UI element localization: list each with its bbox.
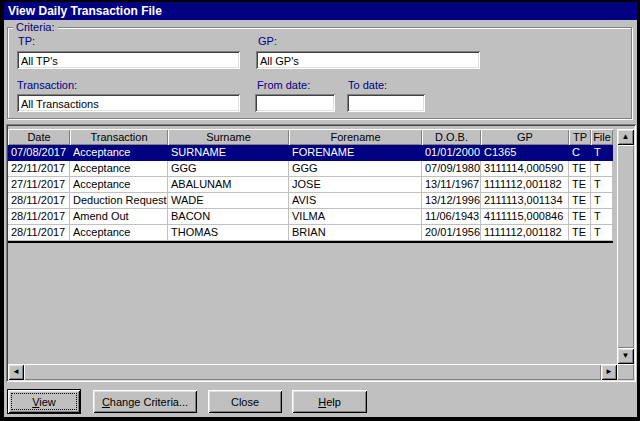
- change-criteria-button[interactable]: Change Criteria...: [93, 390, 197, 413]
- horizontal-scrollbar[interactable]: ◄ ►: [8, 364, 617, 380]
- scroll-down-icon: ▼: [622, 352, 630, 360]
- table-row[interactable]: 28/11/2017 Deduction Request WADE AVIS 1…: [8, 193, 613, 209]
- table-cell: Amend Out: [70, 209, 168, 225]
- gp-label: GP:: [258, 35, 277, 47]
- from-date-label: From date:: [257, 79, 310, 91]
- close-button[interactable]: Close: [208, 390, 282, 413]
- table-cell: VILMA: [289, 209, 422, 225]
- table-cell: Acceptance: [70, 225, 168, 241]
- table-cell: WADE: [168, 193, 289, 209]
- help-button[interactable]: Help: [292, 390, 367, 413]
- table-cell: Acceptance: [70, 161, 168, 177]
- scroll-right-icon: ►: [605, 368, 613, 376]
- vertical-scrollbar[interactable]: ▲ ▼: [617, 129, 634, 364]
- column-header-surname: Surname: [168, 129, 289, 145]
- scroll-up-icon: ▲: [622, 133, 630, 141]
- transaction-grid-body: Date Transaction Surname Forename D.O.B.…: [8, 126, 634, 380]
- table-cell: T: [591, 225, 613, 241]
- column-header-file: File: [591, 129, 613, 145]
- table-cell: 28/11/2017: [8, 209, 70, 225]
- table-cell: C1365: [481, 145, 569, 161]
- table-cell: 07/08/2017: [8, 145, 70, 161]
- transaction-grid: Date Transaction Surname Forename D.O.B.…: [6, 124, 636, 382]
- scroll-left-button[interactable]: ◄: [8, 364, 24, 380]
- scroll-right-button[interactable]: ►: [601, 364, 617, 380]
- window-title: View Daily Transaction File: [8, 4, 162, 18]
- table-cell: FORENAME: [289, 145, 422, 161]
- table-cell: 1111112,001182: [481, 177, 569, 193]
- table-cell: THOMAS: [168, 225, 289, 241]
- grid-header-row: Date Transaction Surname Forename D.O.B.…: [8, 129, 613, 145]
- table-cell: T: [591, 193, 613, 209]
- column-header-transaction: Transaction: [70, 129, 168, 145]
- to-date-field[interactable]: [347, 94, 425, 112]
- scroll-up-button[interactable]: ▲: [617, 129, 634, 145]
- title-bar[interactable]: View Daily Transaction File: [4, 2, 637, 20]
- window-border: [0, 0, 4, 421]
- table-cell: T: [591, 161, 613, 177]
- table-cell: 01/01/2000: [422, 145, 481, 161]
- table-row[interactable]: 22/11/2017 Acceptance GGG GGG 07/09/1980…: [8, 161, 613, 177]
- table-row[interactable]: 28/11/2017 Acceptance THOMAS BRIAN 20/01…: [8, 225, 613, 241]
- horizontal-scrollbar-thumb[interactable]: [24, 364, 601, 380]
- table-cell: BACON: [168, 209, 289, 225]
- view-button[interactable]: View: [7, 389, 81, 414]
- table-row[interactable]: 27/11/2017 Acceptance ABALUNAM JOSE 13/1…: [8, 177, 613, 193]
- to-date-label: To date:: [348, 79, 387, 91]
- table-cell: 27/11/2017: [8, 177, 70, 193]
- table-cell: AVIS: [289, 193, 422, 209]
- table-cell: Acceptance: [70, 177, 168, 193]
- column-header-dob: D.O.B.: [422, 129, 481, 145]
- table-row-selected[interactable]: 07/08/2017 Acceptance SURNAME FORENAME 0…: [8, 145, 613, 161]
- table-cell: GGG: [289, 161, 422, 177]
- column-header-date: Date: [8, 129, 70, 145]
- table-cell: Acceptance: [70, 145, 168, 161]
- table-cell: TE: [569, 225, 591, 241]
- table-cell: TE: [569, 209, 591, 225]
- table-cell: GGG: [168, 161, 289, 177]
- vertical-scrollbar-thumb[interactable]: [617, 145, 634, 348]
- help-button-label: H: [318, 396, 326, 408]
- scroll-down-button[interactable]: ▼: [617, 348, 634, 364]
- table-cell: 28/11/2017: [8, 193, 70, 209]
- change-criteria-button-label: C: [102, 396, 110, 408]
- table-cell: 2111113,001134: [481, 193, 569, 209]
- from-date-field[interactable]: [255, 94, 335, 112]
- table-cell: ABALUNAM: [168, 177, 289, 193]
- table-cell: 1111112,001182: [481, 225, 569, 241]
- table-cell: T: [591, 209, 613, 225]
- table-cell: 20/01/1956: [422, 225, 481, 241]
- table-cell: 11/06/1943: [422, 209, 481, 225]
- table-row[interactable]: 28/11/2017 Amend Out BACON VILMA 11/06/1…: [8, 209, 613, 225]
- column-header-tp: TP: [569, 129, 591, 145]
- scrollbar-corner: [617, 364, 634, 380]
- table-cell: 13/11/1967: [422, 177, 481, 193]
- table-cell: BRIAN: [289, 225, 422, 241]
- gp-field[interactable]: [256, 51, 480, 69]
- table-cell: JOSE: [289, 177, 422, 193]
- table-cell: TE: [569, 193, 591, 209]
- transaction-label: Transaction:: [17, 79, 77, 91]
- table-cell: TE: [569, 161, 591, 177]
- table-cell: 3111114,000590: [481, 161, 569, 177]
- tp-field[interactable]: [17, 51, 240, 69]
- table-cell: 13/12/1996: [422, 193, 481, 209]
- close-button-label: Close: [231, 396, 259, 408]
- table-cell: T: [591, 177, 613, 193]
- tp-label: TP:: [18, 35, 35, 47]
- table-cell: TE: [569, 177, 591, 193]
- table-cell: C: [569, 145, 591, 161]
- scroll-left-icon: ◄: [12, 368, 20, 376]
- table-cell: SURNAME: [168, 145, 289, 161]
- window-border: [0, 417, 640, 421]
- criteria-groupbox-label: Criteria:: [13, 21, 58, 33]
- grid-rows: 07/08/2017 Acceptance SURNAME FORENAME 0…: [8, 145, 613, 241]
- transaction-field[interactable]: [17, 94, 240, 112]
- table-cell: Deduction Request: [70, 193, 168, 209]
- grid-end-line: [8, 241, 613, 243]
- table-cell: 22/11/2017: [8, 161, 70, 177]
- table-cell: T: [591, 145, 613, 161]
- column-header-gp: GP: [481, 129, 569, 145]
- table-cell: 4111115,000846: [481, 209, 569, 225]
- view-daily-transaction-file-window: View Daily Transaction File Criteria: TP…: [0, 0, 640, 421]
